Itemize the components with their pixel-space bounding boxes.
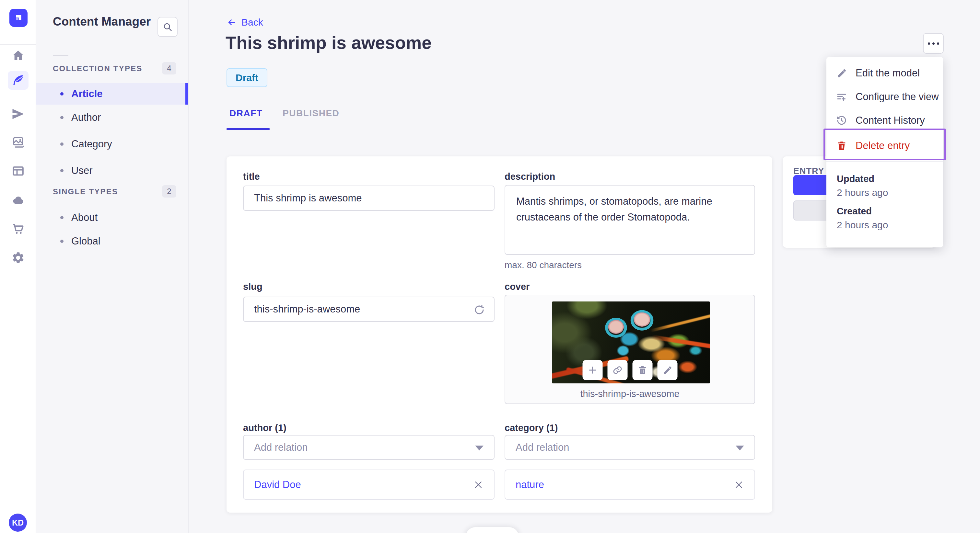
settings-icon[interactable] (8, 247, 29, 268)
trash-icon (836, 140, 847, 151)
description-label: description (504, 171, 555, 182)
author-relation-select[interactable]: Add relation (243, 435, 495, 460)
single-types-count: 2 (162, 185, 176, 198)
edit-form-card: title This shrimp is awesome description… (226, 156, 772, 512)
sidebar-item-article[interactable]: Article (36, 83, 188, 105)
sidebar-item-author[interactable]: Author (36, 107, 188, 128)
content-manager-sidebar: Content Manager COLLECTION TYPES 4 Artic… (36, 0, 189, 533)
close-icon (474, 480, 483, 490)
section-collection-types: COLLECTION TYPES (53, 64, 143, 73)
back-arrow-icon (226, 17, 237, 27)
add-media-button[interactable] (582, 360, 603, 380)
menu-item-content-history[interactable]: Content History (826, 108, 943, 132)
bullet-icon (60, 240, 64, 243)
bullet-icon (60, 116, 64, 119)
close-icon (734, 480, 744, 490)
media-library-icon[interactable] (8, 132, 29, 153)
bullet-icon (60, 216, 64, 219)
sidebar-item-global[interactable]: Global (36, 230, 188, 252)
delete-media-button[interactable] (632, 360, 652, 380)
sidebar-item-user[interactable]: User (36, 160, 188, 181)
page-title: This shrimp is awesome (226, 32, 432, 53)
category-relation-select[interactable]: Add relation (504, 435, 755, 460)
updated-label: Updated (837, 174, 874, 184)
status-badge: Draft (226, 68, 267, 87)
content-manager-icon[interactable] (8, 71, 29, 90)
copy-link-button[interactable] (607, 360, 627, 380)
clock-history-icon (836, 115, 847, 126)
tab-draft[interactable]: DRAFT (229, 108, 262, 119)
active-tab-indicator (226, 128, 270, 130)
more-actions-menu: Edit the model Configure the view Conten… (826, 57, 943, 247)
created-label: Created (837, 206, 872, 217)
description-hint: max. 80 characters (504, 260, 582, 270)
more-actions-button[interactable] (923, 33, 944, 54)
regenerate-icon[interactable] (473, 304, 485, 316)
chevron-down-icon (736, 446, 744, 451)
pencil-icon (836, 68, 847, 79)
subnav-title: Content Manager (53, 15, 151, 29)
created-value: 2 hours ago (837, 219, 888, 230)
deploy-cloud-icon[interactable] (8, 190, 29, 211)
tab-published[interactable]: PUBLISHED (283, 108, 339, 119)
bullet-icon (60, 143, 64, 146)
cover-actions (582, 360, 677, 380)
description-textarea[interactable]: Mantis shrimps, or stomatopods, are mari… (504, 185, 755, 255)
cover-filename: this-shrimp-is-awesome (505, 389, 754, 399)
bullet-icon (60, 92, 64, 95)
slug-input[interactable]: this-shrimp-is-awesome (243, 297, 495, 322)
bullet-icon (60, 169, 64, 172)
configure-list-icon (836, 91, 847, 102)
user-avatar[interactable]: KD (9, 514, 27, 532)
entry-panel-title: ENTRY (793, 166, 824, 176)
cover-label: cover (504, 281, 530, 292)
menu-item-edit-model[interactable]: Edit the model (826, 61, 943, 85)
search-icon (163, 22, 172, 32)
author-label: author (1) (243, 423, 286, 433)
content-type-builder-icon[interactable] (8, 161, 29, 182)
trash-icon (637, 365, 648, 375)
section-single-types: SINGLE TYPES (53, 187, 118, 196)
strapi-logo-icon[interactable] (10, 9, 27, 27)
title-label: title (243, 171, 260, 182)
search-button[interactable] (158, 17, 178, 37)
remove-author-button[interactable] (471, 477, 485, 492)
slug-label: slug (243, 281, 262, 292)
chevron-down-icon (475, 446, 484, 451)
home-icon[interactable] (8, 45, 29, 66)
marketplace-icon[interactable] (8, 219, 29, 239)
title-input[interactable]: This shrimp is awesome (243, 186, 495, 211)
sidebar-item-about[interactable]: About (36, 207, 188, 228)
add-icon (587, 365, 598, 375)
edit-media-button[interactable] (657, 360, 677, 380)
menu-divider (826, 161, 943, 162)
floating-action-pill[interactable] (466, 527, 519, 533)
category-label: category (1) (504, 423, 558, 433)
author-relation-item[interactable]: David Doe (243, 470, 495, 500)
more-icon (928, 43, 930, 45)
shrimp-antenna (651, 335, 710, 349)
menu-item-delete-entry[interactable]: Delete entry (826, 132, 943, 159)
back-link[interactable]: Back (226, 17, 263, 28)
menu-item-configure-view[interactable]: Configure the view (826, 85, 943, 108)
category-relation-item[interactable]: nature (504, 470, 755, 500)
updated-value: 2 hours ago (837, 187, 888, 198)
subnav-divider (53, 55, 68, 56)
link-icon (612, 365, 622, 375)
sidebar-divider (0, 44, 36, 45)
pencil-icon (662, 365, 673, 375)
shrimp-antenna (650, 314, 710, 332)
primary-sidebar: KD (0, 0, 36, 533)
sidebar-item-category[interactable]: Category (36, 133, 188, 155)
cover-field: this-shrimp-is-awesome (504, 295, 755, 404)
collection-types-count: 4 (162, 62, 176, 75)
releases-icon[interactable] (8, 104, 29, 124)
remove-category-button[interactable] (732, 477, 746, 492)
